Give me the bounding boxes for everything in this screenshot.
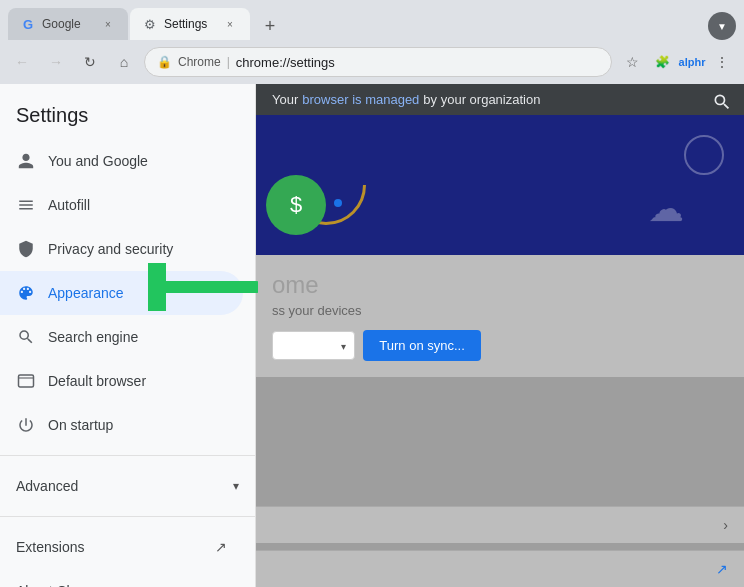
sidebar-item-search-engine[interactable]: Search engine — [0, 315, 243, 359]
card-area: ome ss your devices ▾ Turn on sync... — [256, 255, 744, 377]
shield-icon — [16, 239, 36, 259]
address-input[interactable]: 🔒 Chrome | chrome://settings — [144, 47, 612, 77]
tab-bar: G Google × ⚙ Settings × + ▼ — [0, 0, 744, 40]
banner-dot-decoration — [334, 199, 342, 207]
card-actions: ▾ Turn on sync... — [272, 330, 728, 361]
card-subtitle: ss your devices — [272, 303, 728, 318]
sidebar-item-you-and-google[interactable]: You and Google — [0, 139, 243, 183]
sidebar-item-extensions[interactable]: Extensions ↗ — [0, 525, 243, 569]
notice-text-after: by your organization — [423, 92, 540, 107]
card-subtitle-text: ss your devices — [272, 303, 362, 318]
extensions-row[interactable]: › — [256, 506, 744, 543]
extensions-external-icon: ↗ — [215, 539, 227, 555]
address-actions: ☆ 🧩 alphr ⋮ — [618, 48, 736, 76]
sidebar-divider-2 — [0, 516, 255, 517]
svg-rect-0 — [19, 375, 34, 387]
person-icon — [16, 151, 36, 171]
search-icon — [16, 327, 36, 347]
back-button[interactable]: ← — [8, 48, 36, 76]
sidebar-advanced[interactable]: Advanced ▾ — [0, 464, 255, 508]
banner-area: $ ☁ — [256, 115, 744, 255]
tab-settings[interactable]: ⚙ Settings × — [130, 8, 250, 40]
sidebar-item-autofill[interactable]: Autofill — [0, 183, 243, 227]
banner-cloud-icon: ☁ — [648, 188, 684, 230]
tab-settings-title: Settings — [164, 17, 216, 31]
appearance-label: Appearance — [48, 285, 227, 301]
privacy-label: Privacy and security — [48, 241, 227, 257]
card-title-text: ome — [272, 271, 319, 298]
security-icon: 🔒 — [157, 55, 172, 69]
dropdown-arrow-icon: ▾ — [341, 340, 346, 351]
forward-button[interactable]: → — [42, 48, 70, 76]
advanced-label: Advanced — [16, 478, 221, 494]
about-chrome-label: About Chrome — [16, 583, 203, 587]
sidebar-item-privacy[interactable]: Privacy and security — [0, 227, 243, 271]
you-and-google-label: You and Google — [48, 153, 227, 169]
menu-button[interactable]: ⋮ — [708, 48, 736, 76]
default-browser-label: Default browser — [48, 373, 227, 389]
browser-managed-link[interactable]: browser is managed — [302, 92, 419, 107]
banner-circle-decoration — [684, 135, 724, 175]
reload-button[interactable]: ↻ — [76, 48, 104, 76]
default-browser-icon — [16, 371, 36, 391]
content-about-arrow: ↗ — [716, 561, 728, 577]
profile-button[interactable]: ▼ — [708, 12, 736, 40]
new-tab-button[interactable]: + — [256, 12, 284, 40]
address-divider: | — [227, 55, 230, 69]
profile-name-button[interactable]: alphr — [678, 48, 706, 76]
tab-google-close[interactable]: × — [100, 16, 116, 32]
banner-profile-circle: $ — [266, 175, 326, 235]
address-bar: ← → ↻ ⌂ 🔒 Chrome | chrome://settings ☆ 🧩… — [0, 40, 744, 84]
notice-text-before: Your — [272, 92, 298, 107]
extensions-label: Extensions — [16, 539, 203, 555]
tab-settings-close[interactable]: × — [222, 16, 238, 32]
tab-google-title: Google — [42, 17, 94, 31]
sidebar-item-appearance[interactable]: Appearance — [0, 271, 243, 315]
search-engine-label: Search engine — [48, 329, 227, 345]
tab-google[interactable]: G Google × — [8, 8, 128, 40]
about-chrome-row[interactable]: ↗ — [256, 550, 744, 587]
dropdown-value — [283, 338, 326, 353]
sidebar: Settings You and Google Autofill — [0, 84, 256, 587]
sidebar-item-default-browser[interactable]: Default browser — [0, 359, 243, 403]
sidebar-divider — [0, 455, 255, 456]
site-name: Chrome — [178, 55, 221, 69]
card-title: ome — [272, 271, 728, 299]
autofill-label: Autofill — [48, 197, 227, 213]
google-favicon: G — [20, 16, 36, 32]
settings-favicon: ⚙ — [142, 16, 158, 32]
browser-window: G Google × ⚙ Settings × + ▼ ← → ↻ ⌂ 🔒 Ch… — [0, 0, 744, 587]
settings-title: Settings — [0, 84, 255, 139]
sidebar-item-on-startup[interactable]: On startup — [0, 403, 243, 447]
autofill-icon — [16, 195, 36, 215]
on-startup-label: On startup — [48, 417, 227, 433]
sidebar-item-about-chrome[interactable]: About Chrome ↗ — [0, 569, 243, 587]
power-icon — [16, 415, 36, 435]
extensions-button[interactable]: 🧩 — [648, 48, 676, 76]
notice-bar: Your browser is managed by your organiza… — [256, 84, 744, 115]
about-chrome-external-icon: ↗ — [215, 583, 227, 587]
palette-icon — [16, 283, 36, 303]
bookmark-button[interactable]: ☆ — [618, 48, 646, 76]
address-url: chrome://settings — [236, 55, 335, 70]
content-search-button[interactable] — [712, 92, 732, 116]
home-button[interactable]: ⌂ — [110, 48, 138, 76]
content-area: Your browser is managed by your organiza… — [256, 84, 744, 587]
main-area: Settings You and Google Autofill — [0, 84, 744, 587]
turn-on-sync-button[interactable]: Turn on sync... — [363, 330, 481, 361]
chevron-down-icon: ▾ — [233, 479, 239, 493]
account-dropdown[interactable]: ▾ — [272, 331, 355, 360]
content-extensions-arrow: › — [723, 517, 728, 533]
